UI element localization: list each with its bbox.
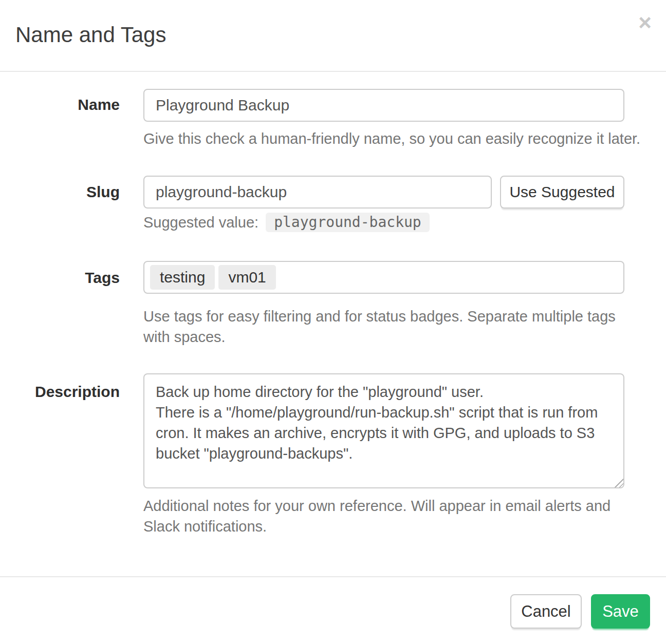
tags-help-text: Use tags for easy filtering and for stat… [143,306,652,347]
description-help-text: Additional notes for your own reference.… [143,496,652,537]
suggested-value-code: playground-backup [266,213,430,232]
save-button[interactable]: Save [591,594,650,629]
slug-field-label: Slug [0,183,120,201]
tag-chip[interactable]: vm01 [218,265,275,290]
description-textarea[interactable]: Back up home directory for the "playgrou… [143,373,624,488]
cancel-button[interactable]: Cancel [510,594,582,629]
dialog-header: Name and Tags × [0,0,666,72]
tags-field-label: Tags [0,269,120,287]
tag-chip[interactable]: testing [150,265,215,290]
name-input[interactable] [143,89,624,122]
name-and-tags-dialog: Name and Tags × Name Give this check a h… [0,0,666,644]
slug-help-text: Suggested value: playground-backup [143,213,430,232]
dialog-title: Name and Tags [15,23,166,47]
name-field-label: Name [0,96,120,114]
slug-input[interactable] [143,176,492,209]
close-icon[interactable]: × [638,11,652,34]
use-suggested-button[interactable]: Use Suggested [500,176,624,209]
tags-input[interactable]: testingvm01 [143,261,624,294]
footer-divider [0,576,666,577]
description-field-label: Description [0,383,120,401]
suggested-value-prefix: Suggested value: [143,214,258,231]
name-help-text: Give this check a human-friendly name, s… [143,128,652,149]
